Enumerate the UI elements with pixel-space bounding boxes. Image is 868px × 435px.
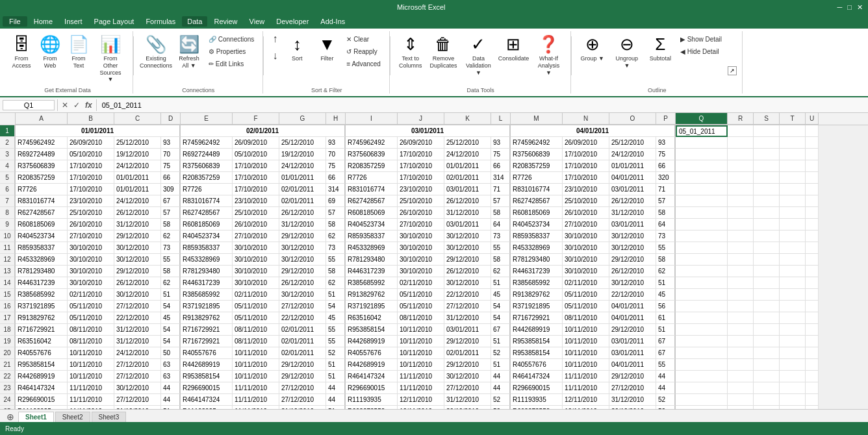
cell-f11[interactable]: 30/10/2010	[233, 242, 279, 254]
row-num-11[interactable]: 11	[0, 242, 15, 254]
cell-m17[interactable]: R716729921	[511, 312, 563, 324]
cell-p8[interactable]: 58	[656, 207, 676, 219]
cell-k19[interactable]: 29/12/2010	[444, 336, 491, 347]
cell-j7[interactable]: 25/10/2010	[398, 195, 444, 207]
cell-q18[interactable]	[676, 324, 728, 336]
cell-d15[interactable]: 51	[161, 289, 181, 301]
cell-a22[interactable]: R442689919	[16, 371, 68, 382]
edit-links-button[interactable]: ✏ Edit Links	[205, 58, 257, 69]
cell-o13[interactable]: 26/12/2010	[609, 266, 656, 277]
cell-l3[interactable]: 75	[491, 149, 511, 160]
cell-m9[interactable]: R404523734	[511, 219, 563, 230]
cell-n20[interactable]: 10/11/2010	[563, 347, 609, 359]
cell-l5[interactable]: 314	[491, 172, 511, 184]
cell-q3[interactable]	[728, 149, 754, 160]
cell-g6[interactable]: 02/01/2011	[279, 184, 326, 195]
cell-d12[interactable]: 55	[161, 254, 181, 266]
cell-e3[interactable]: R692724489	[181, 149, 233, 160]
cell-f4[interactable]: 17/10/2010	[233, 160, 279, 172]
cell-a3[interactable]: R692724489	[16, 149, 68, 160]
cell-e9[interactable]: R608185069	[181, 219, 233, 230]
cell-e17[interactable]: R913829762	[181, 312, 233, 324]
cell-b23[interactable]: 11/11/2010	[68, 382, 114, 394]
cell-k22[interactable]: 30/12/2010	[444, 371, 491, 382]
row-num-17[interactable]: 17	[0, 312, 15, 324]
cell-h10[interactable]: 62	[326, 230, 346, 242]
menu-item-insert[interactable]: Insert	[59, 16, 88, 27]
sort-asc-button[interactable]: ↑	[269, 31, 281, 47]
cell-q9[interactable]	[806, 219, 819, 230]
cell-q3[interactable]	[676, 149, 728, 160]
cell-c16[interactable]: 27/12/2010	[114, 301, 161, 312]
cell-b24[interactable]: 11/11/2010	[68, 394, 114, 406]
row-num-13[interactable]: 13	[0, 266, 15, 277]
cell-q20[interactable]	[728, 347, 754, 359]
cell-i24[interactable]: R11193935	[346, 394, 398, 406]
cell-j12[interactable]: 30/10/2010	[398, 254, 444, 266]
cell-i11[interactable]: R453328969	[346, 242, 398, 254]
cell-q21[interactable]	[780, 359, 806, 371]
row-num-18[interactable]: 18	[0, 324, 15, 336]
cell-b18[interactable]: 08/11/2010	[68, 324, 114, 336]
row-num-22[interactable]: 22	[0, 371, 15, 382]
cell-q24[interactable]	[728, 394, 754, 406]
cell-p4[interactable]: 66	[656, 160, 676, 172]
cell-f10[interactable]: 27/10/2010	[233, 230, 279, 242]
cell-e13[interactable]: R781293480	[181, 266, 233, 277]
cell-j17[interactable]: 08/11/2010	[398, 312, 444, 324]
cell-m2[interactable]: R745962492	[511, 137, 563, 149]
cell-p13[interactable]: 62	[656, 266, 676, 277]
cell-g3[interactable]: 19/12/2010	[279, 149, 326, 160]
cell-g19[interactable]: 02/01/2011	[279, 336, 326, 347]
cell-g23[interactable]: 27/12/2010	[279, 382, 326, 394]
from-text-button[interactable]: 📄 FromText	[65, 31, 92, 72]
cell-q17[interactable]	[754, 312, 780, 324]
cell-q4[interactable]	[676, 160, 728, 172]
cell-j9[interactable]: 27/10/2010	[398, 219, 444, 230]
cell-q17[interactable]	[676, 312, 728, 324]
col-header-p[interactable]: P	[656, 113, 676, 125]
cell-h7[interactable]: 69	[326, 195, 346, 207]
cell-i9[interactable]: R404523734	[346, 219, 398, 230]
cell-q22[interactable]	[754, 371, 780, 382]
cell-j8[interactable]: 26/10/2010	[398, 207, 444, 219]
cell-g13[interactable]: 29/12/2010	[279, 266, 326, 277]
cell-n24[interactable]: 12/11/2010	[563, 394, 609, 406]
cell-p5[interactable]: 320	[656, 172, 676, 184]
cell-q16[interactable]	[754, 301, 780, 312]
cell-c5[interactable]: 01/01/2011	[114, 172, 161, 184]
cell-q15[interactable]	[728, 289, 754, 301]
cell-q21[interactable]	[728, 359, 754, 371]
cell-l7[interactable]: 57	[491, 195, 511, 207]
cell-e18[interactable]: R716729921	[181, 324, 233, 336]
cell-d17[interactable]: 45	[161, 312, 181, 324]
cell-d24[interactable]: 44	[161, 394, 181, 406]
cell-q7[interactable]	[728, 195, 754, 207]
cell-p7[interactable]: 57	[656, 195, 676, 207]
cell-b10[interactable]: 27/10/2010	[68, 230, 114, 242]
menu-item-data[interactable]: Data	[182, 16, 207, 27]
cell-b16[interactable]: 05/11/2010	[68, 301, 114, 312]
sheet-tab-sheet3[interactable]: Sheet3	[92, 412, 127, 417]
cell-n9[interactable]: 27/10/2010	[563, 219, 609, 230]
cell-q20[interactable]	[676, 347, 728, 359]
cell-l22[interactable]: 44	[491, 371, 511, 382]
group-button[interactable]: ⊕ Group ▼	[577, 31, 607, 65]
cell-k9[interactable]: 03/01/2011	[444, 219, 491, 230]
cell-k8[interactable]: 31/12/2010	[444, 207, 491, 219]
formula-input[interactable]	[99, 101, 865, 109]
cancel-formula-icon[interactable]: ✕	[60, 99, 70, 111]
cell-q11[interactable]	[754, 242, 780, 254]
cell-e21[interactable]: R442689919	[181, 359, 233, 371]
cell-q22[interactable]	[676, 371, 728, 382]
cell-f5[interactable]: 17/10/2010	[233, 172, 279, 184]
cell-f15[interactable]: 02/11/2010	[233, 289, 279, 301]
cell-d23[interactable]: 44	[161, 382, 181, 394]
cell-q11[interactable]	[676, 242, 728, 254]
row-num-2[interactable]: 2	[0, 137, 15, 149]
from-web-button[interactable]: 🌐 FromWeb	[36, 31, 64, 72]
properties-button[interactable]: ⚙ Properties	[205, 46, 257, 57]
cell-j20[interactable]: 10/11/2010	[398, 347, 444, 359]
cell-p2[interactable]: 93	[656, 137, 676, 149]
cell-i23[interactable]: R296690015	[346, 382, 398, 394]
